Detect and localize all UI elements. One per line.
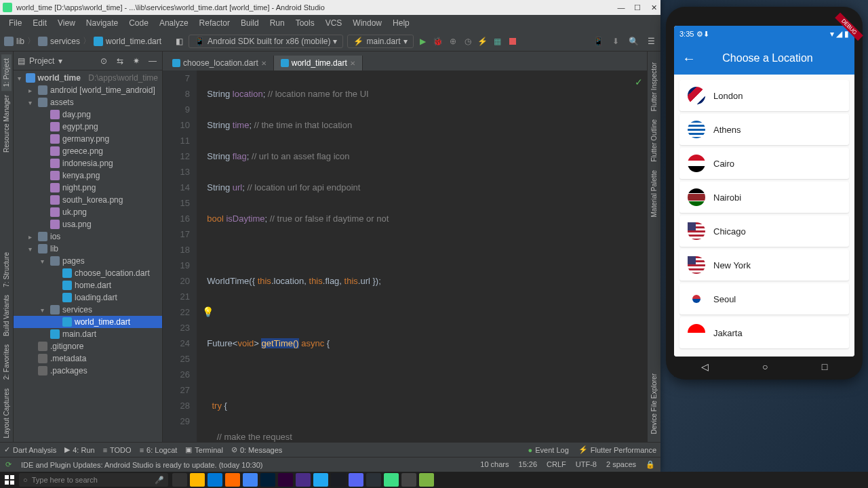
tree-android[interactable]: ▸android [world_time_android] <box>14 84 162 96</box>
tree-file[interactable]: greece.png <box>14 145 162 157</box>
rail-flutter-inspector[interactable]: Flutter Inspector <box>649 58 659 115</box>
taskbar-app[interactable] <box>349 473 363 487</box>
tab-world-time[interactable]: world_time.dart✕ <box>274 56 363 70</box>
tree-file[interactable]: .packages <box>14 365 162 377</box>
menu-analyze[interactable]: Analyze <box>155 17 193 29</box>
tree-file[interactable]: night.png <box>14 182 162 194</box>
menu-build[interactable]: Build <box>236 17 264 29</box>
location-item[interactable]: London <box>679 80 849 111</box>
bt-dart-analysis[interactable]: ✓ Dart Analysis <box>4 445 56 454</box>
menu-navigate[interactable]: Navigate <box>81 17 123 29</box>
status-enc[interactable]: UTF-8 <box>576 460 597 469</box>
bt-run[interactable]: ▶ 4: Run <box>64 445 94 454</box>
tree-file[interactable]: day.png <box>14 108 162 121</box>
tree-file[interactable]: indonesia.png <box>14 157 162 169</box>
status-eol[interactable]: CRLF <box>547 460 566 469</box>
location-item[interactable]: New York <box>679 249 849 281</box>
location-list[interactable]: LondonAthensCairoNairobiChicagoNew YorkS… <box>674 75 854 357</box>
menu-edit[interactable]: Edit <box>28 17 52 29</box>
menu-help[interactable]: Help <box>388 17 414 29</box>
tree-assets[interactable]: ▾assets <box>14 96 162 108</box>
close-button[interactable]: ✕ <box>650 3 658 12</box>
taskbar-app[interactable] <box>190 473 205 487</box>
tree-file[interactable]: egypt.png <box>14 121 162 133</box>
search-input[interactable]: ○ Type here to search 🎤 <box>19 473 168 487</box>
lock-icon[interactable]: 🔒 <box>646 460 655 469</box>
rail-project[interactable]: 1: Project <box>1 54 12 91</box>
mic-icon[interactable]: 🎤 <box>155 476 164 485</box>
rail-material-palette[interactable]: Material Palette <box>649 166 659 221</box>
collapse-icon[interactable]: ⇆ <box>115 56 125 66</box>
settings-icon[interactable]: ☰ <box>646 36 656 47</box>
location-item[interactable]: Cairo <box>679 148 849 179</box>
search-icon[interactable]: 🔍 <box>628 36 639 47</box>
minimize-button[interactable]: — <box>617 3 625 12</box>
location-item[interactable]: Chicago <box>679 216 849 247</box>
taskbar-app[interactable] <box>366 473 381 487</box>
tree-world-time-dart[interactable]: world_time.dart <box>14 316 162 328</box>
tree-file[interactable]: germany.png <box>14 133 162 145</box>
project-tree[interactable]: ▾world_time D:\apps\world_time ▸android … <box>14 70 162 442</box>
taskbar-app[interactable] <box>384 473 399 487</box>
tree-file[interactable]: choose_location.dart <box>14 267 162 279</box>
nav-back[interactable]: ◁ <box>701 361 709 372</box>
code-content[interactable]: String location; // location name for th… <box>197 70 647 442</box>
taskbar-app[interactable] <box>313 473 328 487</box>
bt-todo[interactable]: ≡ TODO <box>103 446 132 454</box>
rail-structure[interactable]: 7: Structure <box>1 248 12 291</box>
intention-bulb-icon[interactable]: 💡 <box>202 306 214 317</box>
tree-file[interactable]: uk.png <box>14 206 162 218</box>
chevron-down-icon[interactable]: ▾ <box>58 56 62 66</box>
menu-code[interactable]: Code <box>124 17 153 29</box>
tree-ios[interactable]: ▸ios <box>14 230 162 243</box>
location-item[interactable]: Jakarta <box>679 317 849 348</box>
gear-icon[interactable]: ✷ <box>131 56 142 66</box>
attach-button[interactable]: ▦ <box>492 36 503 47</box>
close-icon[interactable]: ✕ <box>261 60 267 67</box>
rail-favorites[interactable]: 2: Favorites <box>1 340 12 384</box>
nav-recents[interactable]: □ <box>822 361 827 372</box>
location-item[interactable]: Nairobi <box>679 182 849 213</box>
taskbar-app[interactable] <box>401 473 416 487</box>
tree-file[interactable]: south_korea.png <box>14 194 162 206</box>
rail-build-variants[interactable]: Build Variants <box>1 291 12 340</box>
rail-layout-captures[interactable]: Layout Captures <box>1 384 12 442</box>
menu-view[interactable]: View <box>53 17 80 29</box>
run-config-selector[interactable]: ⚡ main.dart ▾ <box>347 35 413 48</box>
menu-vcs[interactable]: VCS <box>321 17 347 29</box>
menu-refactor[interactable]: Refactor <box>195 17 235 29</box>
menu-run[interactable]: Run <box>265 17 290 29</box>
location-item[interactable]: Seoul <box>679 283 849 314</box>
rail-flutter-outline[interactable]: Flutter Outline <box>649 115 659 166</box>
tree-file[interactable]: loading.dart <box>14 291 162 304</box>
profile-button[interactable]: ◷ <box>462 36 473 47</box>
tree-services[interactable]: ▾services <box>14 304 162 316</box>
debug-button[interactable]: 🐞 <box>433 36 443 47</box>
tab-choose-location[interactable]: choose_location.dart✕ <box>165 56 274 70</box>
menu-file[interactable]: File <box>4 17 26 29</box>
tree-root[interactable]: ▾world_time D:\apps\world_time <box>14 72 162 84</box>
bt-terminal[interactable]: ▣ Terminal <box>185 445 223 454</box>
start-button[interactable] <box>0 472 19 488</box>
code-editor[interactable]: ✓ 78910111213141516171819202122232425262… <box>163 70 647 442</box>
hot-reload-button[interactable]: ⚡ <box>477 36 488 47</box>
bt-flutter-perf[interactable]: ⚡ Flutter Performance <box>578 445 656 454</box>
taskbar-app[interactable] <box>419 473 434 487</box>
coverage-button[interactable]: ⊕ <box>448 36 458 47</box>
bt-event-log[interactable]: ● Event Log <box>528 445 569 454</box>
update-icon[interactable]: ⟳ <box>5 460 12 469</box>
status-indent[interactable]: 2 spaces <box>606 460 636 469</box>
select-open-file-icon[interactable]: ◧ <box>174 36 184 47</box>
close-icon[interactable]: ✕ <box>350 60 355 67</box>
breadcrumb[interactable]: lib 〉 services 〉 world_time.dart <box>4 35 161 47</box>
taskbar-app[interactable] <box>243 473 258 487</box>
rail-device-file-explorer[interactable]: Device File Explorer <box>649 369 659 438</box>
taskbar-app[interactable] <box>225 473 240 487</box>
tree-file[interactable]: kenya.png <box>14 169 162 182</box>
tree-file[interactable]: .gitignore <box>14 340 162 352</box>
tree-main-dart[interactable]: main.dart <box>14 328 162 340</box>
taskbar-app[interactable] <box>331 473 346 487</box>
bt-logcat[interactable]: ≡ 6: Logcat <box>140 446 178 454</box>
back-arrow-icon[interactable]: ← <box>682 51 696 66</box>
taskbar-app[interactable] <box>296 473 311 487</box>
